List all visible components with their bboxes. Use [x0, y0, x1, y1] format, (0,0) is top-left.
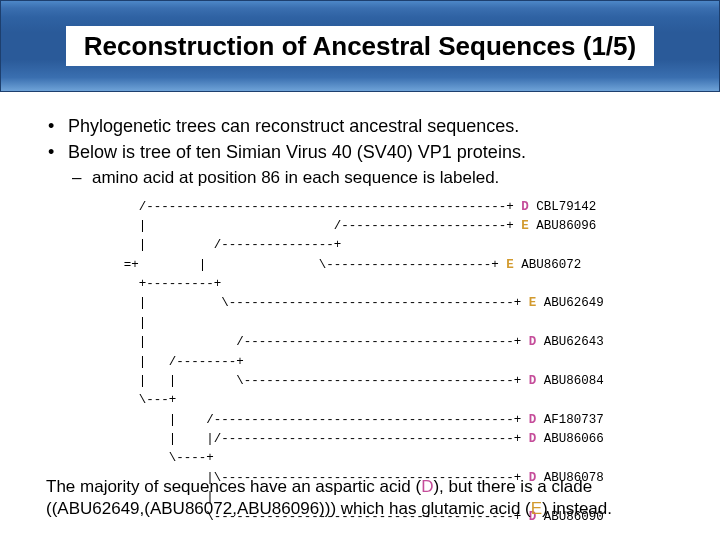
amino-acid-label: E	[521, 219, 529, 233]
accession-label: AF180737	[536, 413, 604, 427]
title-band: Reconstruction of Ancestral Sequences (1…	[0, 0, 720, 92]
tree-row: \----+	[116, 449, 604, 468]
footer-letter-d: D	[421, 477, 433, 496]
tree-row: | /--------+	[116, 353, 604, 372]
accession-label: ABU86096	[529, 219, 597, 233]
tree-branch-segment: | /-------------------------------------…	[116, 413, 529, 427]
footer-note: The majority of sequences have an aspart…	[0, 476, 720, 520]
bullet-list: Phylogenetic trees can reconstruct ances…	[40, 114, 680, 165]
slide-body: Phylogenetic trees can reconstruct ances…	[0, 92, 720, 527]
tree-row: | /----------------------+ E ABU86096	[116, 217, 604, 236]
bullet-item-1: Phylogenetic trees can reconstruct ances…	[40, 114, 680, 138]
sub-bullet-item-1: amino acid at position 86 in each sequen…	[40, 167, 680, 190]
tree-branch-segment: | /--------+	[116, 355, 529, 369]
tree-branch-segment: | | \-----------------------------------…	[116, 374, 529, 388]
tree-branch-segment: | |/------------------------------------…	[116, 432, 529, 446]
tree-branch-segment: /---------------------------------------…	[116, 200, 521, 214]
tree-branch-segment: \---+	[116, 393, 521, 407]
accession-label: ABU86072	[514, 258, 582, 272]
tree-row: | /-------------------------------------…	[116, 411, 604, 430]
tree-branch-segment: \----+	[116, 451, 521, 465]
footer-text-1: The majority of sequences have an aspart…	[46, 477, 421, 496]
amino-acid-label: D	[521, 200, 529, 214]
tree-row: | |/------------------------------------…	[116, 430, 604, 449]
accession-label: ABU62643	[536, 335, 604, 349]
footer-text-3: ) instead.	[542, 499, 612, 518]
tree-branch-segment: |	[116, 316, 529, 330]
slide-title: Reconstruction of Ancestral Sequences (1…	[66, 26, 654, 67]
tree-branch-segment: =+ | \----------------------+	[116, 258, 506, 272]
tree-row: | \-------------------------------------…	[116, 294, 604, 313]
tree-row: /---------------------------------------…	[116, 198, 604, 217]
tree-branch-segment: | /----------------------+	[116, 219, 521, 233]
tree-row: +---------+	[116, 275, 604, 294]
tree-branch-segment: +---------+	[116, 277, 521, 291]
tree-branch-segment: | /------------------------------------+	[116, 335, 529, 349]
footer-letter-e: E	[531, 499, 542, 518]
sub-bullet-list: amino acid at position 86 in each sequen…	[40, 167, 680, 190]
tree-row: \---+	[116, 391, 604, 410]
tree-row: | /------------------------------------+…	[116, 333, 604, 352]
accession-label: ABU86084	[536, 374, 604, 388]
accession-label: ABU86066	[536, 432, 604, 446]
tree-row: |	[116, 314, 604, 333]
tree-branch-segment: | \-------------------------------------…	[116, 296, 529, 310]
tree-branch-segment: | /---------------+	[116, 238, 521, 252]
accession-label: CBL79142	[529, 200, 597, 214]
tree-row: | /---------------+	[116, 236, 604, 255]
tree-row: | | \-----------------------------------…	[116, 372, 604, 391]
bullet-item-2: Below is tree of ten Simian Virus 40 (SV…	[40, 140, 680, 164]
amino-acid-label: E	[506, 258, 514, 272]
tree-row: =+ | \----------------------+ E ABU86072	[116, 256, 604, 275]
accession-label: ABU62649	[536, 296, 604, 310]
